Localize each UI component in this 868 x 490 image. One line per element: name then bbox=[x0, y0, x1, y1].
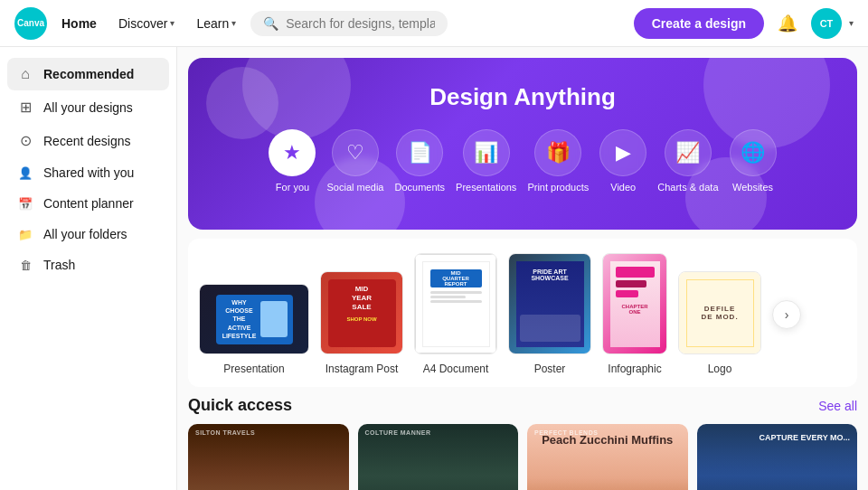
hero-icon-charts[interactable]: 📈 Charts & data bbox=[657, 129, 718, 193]
template-infographic[interactable]: CHAPTER ONE Infographic bbox=[602, 253, 667, 376]
see-all-button[interactable]: See all bbox=[818, 399, 857, 413]
nav-learn[interactable]: Learn ▾ bbox=[189, 11, 243, 36]
star-icon: ★ bbox=[269, 129, 316, 176]
hero-icon-websites[interactable]: 🌐 Websites bbox=[730, 129, 777, 193]
template-logo[interactable]: defilede mod. Logo bbox=[678, 271, 761, 376]
main-content: Design Anything ★ For you ♡ Social media… bbox=[177, 47, 868, 490]
search-icon: 🔍 bbox=[263, 16, 278, 31]
home-icon: ⌂ bbox=[16, 66, 34, 82]
card-title-2: GET LOST IN STOCKHOLM bbox=[358, 485, 519, 490]
card-title-4: CAPTURE EVERY MO... bbox=[759, 433, 850, 444]
templates-row: WHYCHOOSETHE ACTIVELIFESTYLE Presentatio… bbox=[188, 239, 857, 387]
template-document[interactable]: MIDQUARTERREPORT A4 Document bbox=[414, 253, 497, 376]
clock-icon: ⊙ bbox=[16, 132, 34, 149]
hero-icon-video[interactable]: ▶ Video bbox=[599, 129, 646, 193]
hero-icon-presentations[interactable]: 📊 Presentations bbox=[456, 129, 516, 193]
quick-access-section: Quick access See all SILTON TRAVELS TIME… bbox=[188, 396, 857, 490]
chevron-down-icon: ▾ bbox=[231, 18, 236, 28]
hero-icon-for-you[interactable]: ★ For you bbox=[269, 129, 316, 193]
quick-access-card-1[interactable]: SILTON TRAVELS TIME TO GET LOST bbox=[188, 424, 349, 490]
top-navbar: Canva Home Discover ▾ Learn ▾ 🔍 Create a… bbox=[0, 0, 868, 47]
video-icon: ▶ bbox=[599, 129, 646, 176]
create-design-button[interactable]: Create a design bbox=[634, 8, 764, 39]
sidebar: ⌂ Recommended ⊞ All your designs ⊙ Recen… bbox=[0, 47, 177, 490]
sidebar-item-all-designs[interactable]: ⊞ All your designs bbox=[7, 90, 169, 124]
nav-discover[interactable]: Discover ▾ bbox=[111, 11, 182, 36]
quick-access-title: Quick access bbox=[188, 396, 292, 415]
scroll-right-button[interactable]: › bbox=[772, 300, 801, 329]
quick-access-grid: SILTON TRAVELS TIME TO GET LOST COLTURE … bbox=[188, 424, 857, 490]
search-input[interactable] bbox=[286, 16, 435, 31]
search-bar[interactable]: 🔍 bbox=[250, 11, 448, 36]
documents-icon: 📄 bbox=[396, 129, 443, 176]
quick-access-card-2[interactable]: COLTURE MANNER GET LOST IN STOCKHOLM bbox=[358, 424, 519, 490]
avatar[interactable]: CT bbox=[811, 8, 842, 39]
folder-icon: 📁 bbox=[16, 228, 34, 241]
print-icon: 🎁 bbox=[534, 129, 581, 176]
sidebar-item-trash[interactable]: 🗑 Trash bbox=[7, 250, 169, 280]
template-instagram[interactable]: MIDYEARSALE SHOP NOW Instagram Post bbox=[320, 271, 403, 376]
hero-title: Design Anything bbox=[210, 83, 835, 111]
grid-icon: ⊞ bbox=[16, 99, 34, 116]
presentations-icon: 📊 bbox=[463, 129, 510, 176]
chevron-down-icon: ▾ bbox=[170, 18, 175, 28]
websites-icon: 🌐 bbox=[730, 129, 777, 176]
chevron-down-icon[interactable]: ▾ bbox=[849, 18, 854, 28]
quick-access-card-3[interactable]: PERFECT BLENDS Peach Zucchini Muffins bbox=[527, 424, 688, 490]
social-media-icon: ♡ bbox=[332, 129, 379, 176]
hero-banner: Design Anything ★ For you ♡ Social media… bbox=[188, 58, 857, 230]
sidebar-item-recommended[interactable]: ⌂ Recommended bbox=[7, 58, 169, 90]
hero-icon-documents[interactable]: 📄 Documents bbox=[394, 129, 445, 193]
template-presentation[interactable]: WHYCHOOSETHE ACTIVELIFESTYLE Presentatio… bbox=[199, 284, 309, 376]
hero-category-icons: ★ For you ♡ Social media 📄 Documents 📊 P… bbox=[210, 129, 835, 193]
quick-access-card-4[interactable]: CAPTURE EVERY MO... bbox=[697, 424, 858, 490]
charts-icon: 📈 bbox=[665, 129, 712, 176]
hero-icon-print[interactable]: 🎁 Print products bbox=[527, 129, 589, 193]
user-icon: 👤 bbox=[16, 166, 34, 180]
card-title-3: Peach Zucchini Muffins bbox=[527, 433, 688, 448]
templates-scroll-container[interactable]: WHYCHOOSETHE ACTIVELIFESTYLE Presentatio… bbox=[199, 253, 846, 376]
hero-icon-social-media[interactable]: ♡ Social media bbox=[326, 129, 383, 193]
quick-access-header: Quick access See all bbox=[188, 396, 857, 415]
sidebar-item-shared[interactable]: 👤 Shared with you bbox=[7, 157, 169, 188]
template-poster[interactable]: PRIDE ARTSHOWCASE Poster bbox=[508, 253, 591, 376]
trash-icon: 🗑 bbox=[16, 259, 34, 272]
nav-home[interactable]: Home bbox=[54, 11, 104, 36]
sidebar-item-content-planner[interactable]: 📅 Content planner bbox=[7, 188, 169, 219]
app-layout: ⌂ Recommended ⊞ All your designs ⊙ Recen… bbox=[0, 47, 868, 490]
calendar-icon: 📅 bbox=[16, 197, 34, 211]
sidebar-item-recent[interactable]: ⊙ Recent designs bbox=[7, 124, 169, 157]
notifications-button[interactable]: 🔔 bbox=[771, 7, 804, 40]
canva-logo[interactable]: Canva bbox=[14, 7, 47, 40]
sidebar-item-folders[interactable]: 📁 All your folders bbox=[7, 219, 169, 250]
